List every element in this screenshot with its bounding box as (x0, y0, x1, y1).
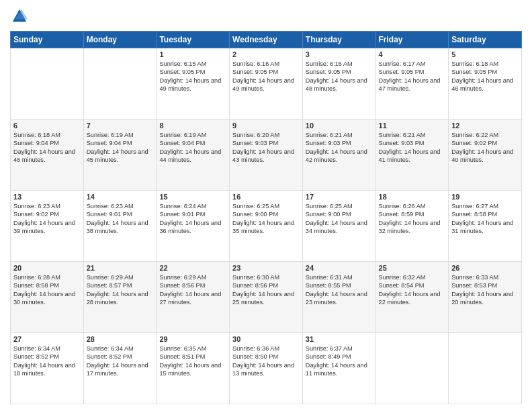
day-number: 6 (13, 122, 81, 130)
cell-sunrise: Sunrise: 6:36 AM (232, 345, 279, 352)
calendar-cell: 9 Sunrise: 6:20 AM Sunset: 9:03 PM Dayli… (230, 120, 303, 191)
calendar-cell: 16 Sunrise: 6:25 AM Sunset: 9:00 PM Dayl… (230, 191, 303, 262)
day-number: 1 (159, 50, 226, 58)
cell-daylight: Daylight: 14 hours and 11 minutes. (306, 362, 367, 377)
cell-sunrise: Sunrise: 6:25 AM (232, 203, 279, 210)
day-number: 14 (87, 193, 154, 201)
cell-daylight: Daylight: 14 hours and 35 minutes. (232, 220, 294, 234)
calendar-cell: 23 Sunrise: 6:30 AM Sunset: 8:56 PM Dayl… (230, 262, 303, 333)
cell-sunset: Sunset: 8:57 PM (87, 282, 132, 289)
cell-daylight: Daylight: 14 hours and 27 minutes. (159, 291, 221, 306)
calendar-cell: 21 Sunrise: 6:29 AM Sunset: 8:57 PM Dayl… (83, 262, 157, 333)
cell-sunrise: Sunrise: 6:29 AM (87, 274, 134, 281)
cell-sunrise: Sunrise: 6:18 AM (13, 132, 60, 138)
calendar-week: 20 Sunrise: 6:28 AM Sunset: 8:58 PM Dayl… (11, 262, 522, 333)
cell-sunrise: Sunrise: 6:29 AM (159, 274, 206, 281)
cell-sunset: Sunset: 9:05 PM (379, 68, 425, 75)
cell-sunset: Sunset: 8:49 PM (306, 353, 351, 360)
cell-daylight: Daylight: 14 hours and 32 minutes. (379, 220, 441, 234)
cell-daylight: Daylight: 14 hours and 46 minutes. (451, 77, 513, 92)
cell-sunset: Sunset: 8:55 PM (306, 282, 351, 289)
cell-daylight: Daylight: 14 hours and 25 minutes. (232, 291, 294, 306)
cell-daylight: Daylight: 14 hours and 23 minutes. (306, 291, 367, 306)
calendar-cell: 3 Sunrise: 6:16 AM Sunset: 9:05 PM Dayli… (302, 48, 375, 120)
day-number: 28 (87, 335, 154, 343)
cell-sunset: Sunset: 8:54 PM (379, 282, 425, 289)
cell-daylight: Daylight: 14 hours and 13 minutes. (232, 362, 294, 377)
calendar-cell: 24 Sunrise: 6:31 AM Sunset: 8:55 PM Dayl… (302, 262, 375, 333)
calendar-cell: 6 Sunrise: 6:18 AM Sunset: 9:04 PM Dayli… (11, 120, 84, 191)
cell-daylight: Daylight: 14 hours and 34 minutes. (306, 220, 367, 234)
cell-sunset: Sunset: 9:03 PM (306, 140, 351, 146)
cell-sunrise: Sunrise: 6:21 AM (306, 132, 353, 138)
day-number: 27 (13, 335, 81, 343)
cell-sunset: Sunset: 8:56 PM (232, 282, 278, 289)
day-number: 3 (306, 50, 373, 58)
calendar-cell: 18 Sunrise: 6:26 AM Sunset: 8:59 PM Dayl… (375, 191, 449, 262)
cell-daylight: Daylight: 14 hours and 49 minutes. (159, 77, 221, 92)
cell-sunset: Sunset: 9:04 PM (87, 140, 132, 146)
cell-sunrise: Sunrise: 6:27 AM (451, 203, 498, 210)
cell-sunrise: Sunrise: 6:17 AM (379, 60, 426, 67)
cell-sunrise: Sunrise: 6:25 AM (306, 203, 353, 210)
day-header: Monday (83, 32, 157, 48)
calendar-cell: 7 Sunrise: 6:19 AM Sunset: 9:04 PM Dayli… (83, 120, 157, 191)
day-number: 23 (232, 264, 300, 272)
cell-daylight: Daylight: 14 hours and 43 minutes. (232, 148, 294, 163)
cell-sunrise: Sunrise: 6:33 AM (451, 274, 498, 281)
cell-sunset: Sunset: 8:56 PM (159, 282, 205, 289)
day-number: 13 (13, 193, 81, 201)
calendar-cell: 27 Sunrise: 6:34 AM Sunset: 8:52 PM Dayl… (11, 333, 84, 404)
cell-sunset: Sunset: 8:58 PM (451, 211, 497, 218)
page: SundayMondayTuesdayWednesdayThursdayFrid… (0, 0, 532, 411)
cell-daylight: Daylight: 14 hours and 20 minutes. (451, 291, 513, 306)
cell-sunset: Sunset: 9:04 PM (159, 140, 205, 146)
logo (10, 7, 32, 26)
calendar-cell: 13 Sunrise: 6:23 AM Sunset: 9:02 PM Dayl… (11, 191, 84, 262)
calendar-cell: 29 Sunrise: 6:35 AM Sunset: 8:51 PM Dayl… (157, 333, 230, 404)
cell-sunset: Sunset: 8:51 PM (159, 353, 205, 360)
cell-sunset: Sunset: 8:50 PM (232, 353, 278, 360)
day-header: Sunday (11, 32, 84, 48)
cell-sunrise: Sunrise: 6:16 AM (306, 60, 353, 67)
cell-sunrise: Sunrise: 6:30 AM (232, 274, 279, 281)
cell-sunset: Sunset: 9:03 PM (232, 140, 278, 146)
cell-daylight: Daylight: 14 hours and 22 minutes. (379, 291, 441, 306)
calendar-cell (83, 48, 157, 120)
cell-sunset: Sunset: 9:02 PM (451, 140, 497, 146)
calendar-cell: 15 Sunrise: 6:24 AM Sunset: 9:01 PM Dayl… (157, 191, 230, 262)
day-number: 31 (306, 335, 373, 343)
day-number: 21 (87, 264, 154, 272)
cell-daylight: Daylight: 14 hours and 48 minutes. (306, 77, 367, 92)
calendar-cell (375, 333, 449, 404)
cell-sunset: Sunset: 9:01 PM (159, 211, 205, 218)
cell-sunrise: Sunrise: 6:18 AM (451, 60, 498, 67)
day-number: 15 (159, 193, 226, 201)
calendar-cell: 1 Sunrise: 6:15 AM Sunset: 9:05 PM Dayli… (157, 48, 230, 120)
day-header: Saturday (449, 32, 522, 48)
day-number: 19 (451, 193, 519, 201)
calendar-week: 27 Sunrise: 6:34 AM Sunset: 8:52 PM Dayl… (11, 333, 522, 404)
calendar-cell: 10 Sunrise: 6:21 AM Sunset: 9:03 PM Dayl… (302, 120, 375, 191)
cell-daylight: Daylight: 14 hours and 31 minutes. (451, 220, 513, 234)
calendar-week: 6 Sunrise: 6:18 AM Sunset: 9:04 PM Dayli… (11, 120, 522, 191)
calendar-cell: 5 Sunrise: 6:18 AM Sunset: 9:05 PM Dayli… (449, 48, 522, 120)
cell-sunrise: Sunrise: 6:15 AM (159, 60, 206, 67)
cell-sunset: Sunset: 9:04 PM (13, 140, 59, 146)
cell-sunrise: Sunrise: 6:26 AM (379, 203, 426, 210)
day-number: 12 (451, 122, 519, 130)
calendar-week: 1 Sunrise: 6:15 AM Sunset: 9:05 PM Dayli… (11, 48, 522, 120)
calendar-cell (11, 48, 84, 120)
calendar-cell: 11 Sunrise: 6:21 AM Sunset: 9:03 PM Dayl… (375, 120, 449, 191)
cell-sunset: Sunset: 9:05 PM (159, 68, 205, 75)
cell-daylight: Daylight: 14 hours and 15 minutes. (159, 362, 221, 377)
cell-sunset: Sunset: 8:52 PM (87, 353, 132, 360)
calendar-cell: 25 Sunrise: 6:32 AM Sunset: 8:54 PM Dayl… (375, 262, 449, 333)
day-number: 18 (379, 193, 446, 201)
cell-sunset: Sunset: 8:59 PM (379, 211, 425, 218)
cell-daylight: Daylight: 14 hours and 40 minutes. (451, 148, 513, 163)
day-number: 30 (232, 335, 300, 343)
calendar-cell: 26 Sunrise: 6:33 AM Sunset: 8:53 PM Dayl… (449, 262, 522, 333)
cell-sunrise: Sunrise: 6:31 AM (306, 274, 353, 281)
day-header: Friday (375, 32, 449, 48)
